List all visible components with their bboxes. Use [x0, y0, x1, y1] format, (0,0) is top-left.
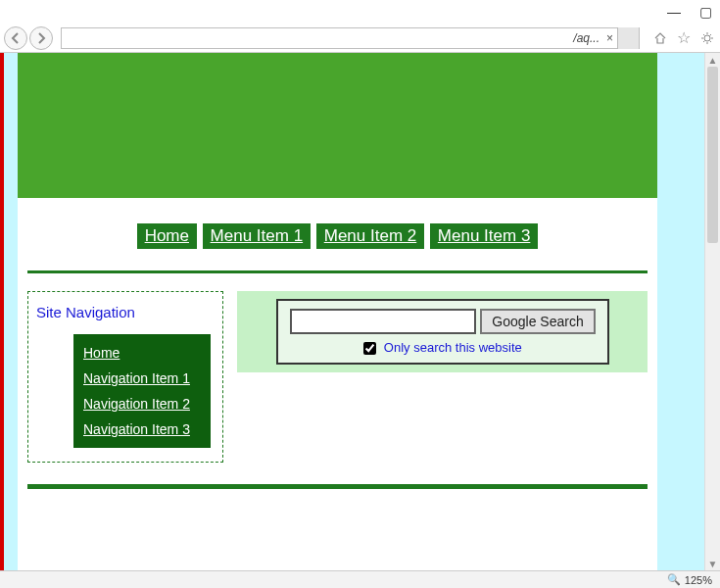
minimize-button[interactable]: —	[667, 5, 681, 19]
viewport: Home Menu Item 1 Menu Item 2 Menu Item 3…	[0, 53, 720, 570]
content-columns: Site Navigation Home Navigation Item 1 N…	[18, 291, 657, 463]
page-content: Home Menu Item 1 Menu Item 2 Menu Item 3…	[18, 53, 657, 570]
svg-point-0	[704, 35, 710, 41]
site-navigation-title: Site Navigation	[36, 304, 215, 320]
status-bar: 🔍 125%	[0, 570, 720, 588]
site-navigation-list: Home Navigation Item 1 Navigation Item 2…	[73, 334, 211, 448]
search-input[interactable]	[290, 309, 476, 334]
nav-item: Navigation Item 1	[73, 366, 211, 391]
settings-icon[interactable]	[698, 29, 716, 47]
menu-item-3[interactable]: Menu Item 3	[430, 223, 539, 249]
divider-bottom	[27, 484, 648, 489]
header-banner	[18, 53, 657, 198]
scroll-down-arrow[interactable]: ▼	[705, 557, 720, 570]
search-panel: Google Search Only search this website	[237, 291, 648, 372]
search-button[interactable]: Google Search	[480, 309, 595, 334]
home-icon[interactable]	[651, 29, 669, 47]
right-stripe-cyan	[657, 53, 704, 570]
nav-link-home[interactable]: Home	[83, 345, 120, 361]
zoom-level[interactable]: 125%	[685, 574, 712, 586]
window-titlebar: — ▢	[0, 0, 720, 24]
favorites-icon[interactable]: ☆	[675, 29, 693, 47]
search-scope-row: Only search this website	[288, 340, 598, 355]
nav-link-1[interactable]: Navigation Item 1	[83, 370, 190, 386]
scroll-thumb[interactable]	[707, 67, 718, 243]
search-scope-label[interactable]: Only search this website	[363, 340, 522, 355]
close-tab-icon[interactable]: ×	[606, 31, 613, 45]
nav-link-2[interactable]: Navigation Item 2	[83, 396, 190, 412]
forward-button[interactable]	[29, 26, 53, 50]
search-box: Google Search Only search this website	[276, 299, 609, 365]
menu-item-1[interactable]: Menu Item 1	[203, 223, 312, 249]
nav-item: Home	[73, 340, 211, 366]
site-navigation: Site Navigation Home Navigation Item 1 N…	[27, 291, 223, 463]
divider-top	[27, 270, 648, 273]
back-button[interactable]	[4, 26, 27, 50]
search-scope-text: Only search this website	[384, 340, 522, 355]
nav-link-3[interactable]: Navigation Item 3	[83, 421, 190, 437]
search-scope-checkbox[interactable]	[363, 342, 376, 355]
scroll-up-arrow[interactable]: ▲	[705, 53, 720, 67]
nav-item: Navigation Item 2	[73, 391, 211, 416]
left-stripe-cyan	[4, 53, 18, 570]
menu-item-home[interactable]: Home	[137, 223, 197, 249]
menu-item-2[interactable]: Menu Item 2	[316, 223, 425, 249]
zoom-icon[interactable]: 🔍	[667, 573, 681, 586]
nav-item: Navigation Item 3	[73, 416, 211, 442]
address-bar[interactable]: /aq... ×	[61, 27, 640, 49]
tab-title: /aq...	[573, 31, 600, 45]
main-menu: Home Menu Item 1 Menu Item 2 Menu Item 3	[18, 198, 657, 259]
new-tab-stub[interactable]	[617, 27, 639, 49]
maximize-button[interactable]: ▢	[698, 5, 712, 19]
search-row: Google Search	[288, 309, 598, 334]
browser-toolbar: /aq... × ☆	[0, 24, 720, 53]
vertical-scrollbar[interactable]: ▲ ▼	[704, 53, 720, 570]
